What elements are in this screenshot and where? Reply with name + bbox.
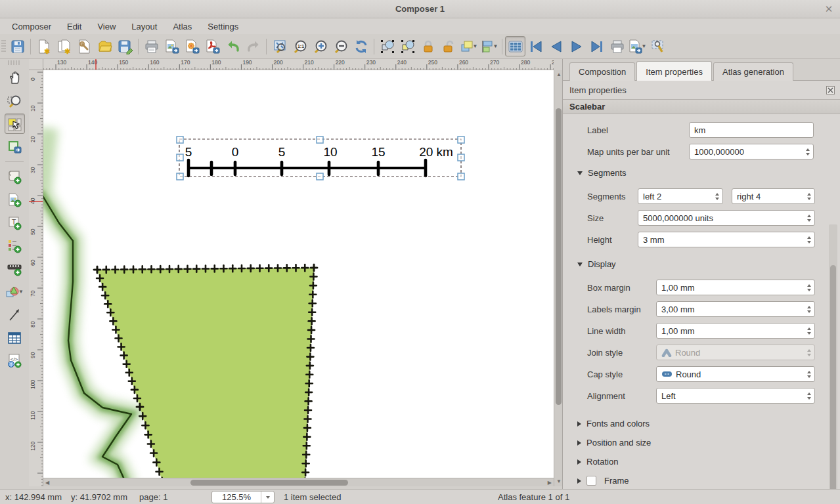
spin-buttons[interactable] bbox=[712, 189, 722, 203]
fonts-and-colors-section-header[interactable]: Fonts and colors bbox=[577, 419, 650, 429]
segments-section-header[interactable]: Segments bbox=[577, 168, 627, 178]
load-template-button[interactable] bbox=[95, 36, 115, 56]
position-and-size-section-header[interactable]: Position and size bbox=[577, 438, 651, 448]
refresh-icon[interactable] bbox=[351, 36, 371, 56]
tab-item-properties[interactable]: Item properties bbox=[636, 61, 712, 81]
zoom-actual-button[interactable]: 1:1 bbox=[290, 36, 310, 56]
panel-close-icon[interactable] bbox=[826, 86, 835, 94]
rotation-section-header[interactable]: Rotation bbox=[577, 457, 618, 467]
display-section-header[interactable]: Display bbox=[577, 259, 616, 269]
composition-manager-button[interactable] bbox=[74, 36, 95, 56]
add-html-button[interactable]: </> bbox=[5, 350, 25, 371]
add-label-button[interactable]: T bbox=[5, 213, 25, 233]
spin-buttons[interactable] bbox=[804, 232, 814, 247]
add-attribute-table-button[interactable] bbox=[5, 327, 25, 348]
spin-buttons[interactable] bbox=[804, 302, 814, 316]
toolbar-grip[interactable] bbox=[8, 60, 21, 65]
add-image-button[interactable] bbox=[5, 190, 25, 210]
pan-tool-button[interactable] bbox=[5, 68, 25, 88]
label-input[interactable]: km bbox=[689, 122, 814, 138]
menu-edit[interactable]: Edit bbox=[59, 20, 89, 33]
export-atlas-button[interactable]: ▼ bbox=[627, 36, 648, 56]
alignment-combo[interactable]: Left bbox=[656, 388, 815, 404]
add-legend-button[interactable] bbox=[5, 236, 25, 256]
tab-atlas-generation[interactable]: Atlas generation bbox=[713, 62, 793, 81]
labels-margin-spinbox[interactable]: 3,00 mm bbox=[656, 301, 815, 317]
select-move-item-tool[interactable] bbox=[5, 114, 25, 134]
atlas-next-button[interactable] bbox=[566, 36, 586, 56]
scrollbar-thumb[interactable] bbox=[556, 108, 562, 405]
tab-composition[interactable]: Composition bbox=[569, 62, 635, 81]
spin-buttons[interactable] bbox=[804, 189, 814, 203]
dropdown-arrow-icon[interactable]: ▼ bbox=[473, 43, 478, 49]
atlas-first-button[interactable] bbox=[525, 36, 546, 56]
horizontal-scrollbar[interactable]: ◀ ▶ bbox=[43, 478, 554, 486]
export-image-button[interactable] bbox=[162, 36, 182, 56]
duplicate-composition-button[interactable]: ✱ bbox=[54, 36, 74, 56]
save-template-button[interactable] bbox=[115, 36, 135, 56]
cap-style-combo[interactable]: Round bbox=[656, 366, 815, 382]
frame-section-header[interactable]: Frame bbox=[577, 476, 629, 486]
scrollbar-thumb[interactable] bbox=[830, 265, 836, 504]
height-spinbox[interactable]: 3 mm bbox=[638, 232, 815, 247]
size-spinbox[interactable]: 5000,000000 units bbox=[638, 210, 815, 226]
save-button[interactable] bbox=[7, 36, 28, 56]
menu-layout[interactable]: Layout bbox=[123, 20, 165, 33]
move-item-content-tool[interactable] bbox=[5, 136, 25, 157]
add-arrow-button[interactable] bbox=[5, 304, 25, 325]
dropdown-arrow-icon[interactable]: ▼ bbox=[642, 43, 647, 49]
new-composition-button[interactable]: ✱ bbox=[33, 36, 54, 56]
box-margin-spinbox[interactable]: 1,00 mm bbox=[656, 280, 815, 295]
vertical-scrollbar[interactable]: ▲ ▼ bbox=[554, 70, 562, 486]
unlock-items-button[interactable] bbox=[438, 36, 458, 56]
redo-button[interactable] bbox=[243, 36, 263, 56]
zoom-out-button[interactable] bbox=[330, 36, 351, 56]
align-items-button[interactable]: ▼ bbox=[479, 36, 499, 56]
spin-buttons[interactable] bbox=[804, 280, 814, 295]
menu-atlas[interactable]: Atlas bbox=[165, 20, 200, 33]
scalebar-item[interactable]: 5 0 5 10 15 20 km bbox=[177, 136, 464, 180]
segments-right-spinbox[interactable]: right 4 bbox=[732, 188, 815, 204]
close-window-icon[interactable]: ✕ bbox=[823, 3, 835, 15]
zoom-in-button[interactable] bbox=[310, 36, 330, 56]
print-button[interactable] bbox=[141, 36, 162, 56]
lock-items-button[interactable] bbox=[418, 36, 438, 56]
undo-button[interactable] bbox=[223, 36, 243, 56]
menu-view[interactable]: View bbox=[89, 20, 123, 33]
scrollbar-thumb[interactable] bbox=[190, 480, 348, 486]
combo-arrows[interactable] bbox=[804, 388, 814, 403]
menu-composer[interactable]: Composer bbox=[4, 20, 59, 33]
atlas-settings-button[interactable] bbox=[648, 36, 668, 56]
atlas-preview-toggle[interactable] bbox=[505, 36, 525, 56]
spin-buttons[interactable] bbox=[804, 211, 814, 225]
zoom-full-button[interactable] bbox=[269, 36, 290, 56]
toolbar-grip[interactable] bbox=[1, 40, 6, 53]
spin-buttons[interactable] bbox=[804, 324, 814, 338]
panel-scrollbar[interactable] bbox=[829, 224, 837, 504]
dropdown-arrow-icon[interactable]: ▼ bbox=[18, 289, 24, 295]
add-shape-button[interactable]: ▼ bbox=[5, 282, 25, 302]
dropdown-arrow-icon[interactable]: ▼ bbox=[493, 43, 498, 49]
select-all-button[interactable] bbox=[377, 36, 397, 56]
export-svg-button[interactable] bbox=[182, 36, 202, 56]
line-width-spinbox[interactable]: 1,00 mm bbox=[656, 323, 815, 339]
map-units-spinbox[interactable]: 1000,000000 bbox=[689, 144, 814, 159]
combo-dropdown-arrow-icon[interactable] bbox=[261, 492, 274, 503]
deselect-all-button[interactable] bbox=[397, 36, 418, 56]
menu-settings[interactable]: Settings bbox=[200, 20, 246, 33]
atlas-last-button[interactable] bbox=[586, 36, 607, 56]
frame-checkbox[interactable] bbox=[586, 476, 596, 486]
raise-items-button[interactable]: ▼ bbox=[458, 36, 479, 56]
atlas-prev-button[interactable] bbox=[546, 36, 566, 56]
add-new-map-button[interactable] bbox=[5, 167, 25, 187]
composition-canvas[interactable]: 5 0 5 10 15 20 km ◀ ▶ bbox=[43, 70, 554, 486]
zoom-tool-button[interactable] bbox=[5, 91, 25, 111]
combo-arrows[interactable] bbox=[804, 367, 814, 381]
segments-left-spinbox[interactable]: left 2 bbox=[638, 188, 723, 204]
spin-buttons[interactable] bbox=[803, 144, 813, 159]
zoom-level-combo[interactable]: 125.5% bbox=[211, 491, 275, 503]
export-pdf-button[interactable] bbox=[202, 36, 223, 56]
zoom-level-value[interactable]: 125.5% bbox=[212, 492, 261, 502]
print-atlas-button[interactable] bbox=[607, 36, 627, 56]
add-scalebar-button[interactable] bbox=[5, 259, 25, 279]
